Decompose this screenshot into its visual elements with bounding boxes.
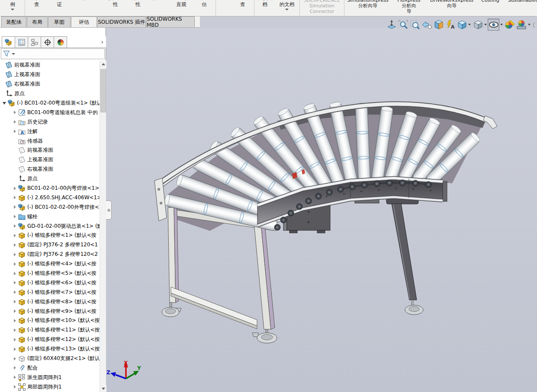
tab-evaluate[interactable]: 评估 bbox=[71, 16, 97, 27]
dropdown-caret-icon[interactable] bbox=[11, 9, 14, 10]
tree-item[interactable]: (-) 锥辊多楔带<13> (默认<按 bbox=[0, 344, 100, 354]
edit-appearance-icon[interactable] bbox=[504, 19, 515, 31]
dynamic-annotation-views-icon[interactable]: A bbox=[444, 19, 456, 31]
ribbon-button-assembly-visualization[interactable]: 装配体直观 bbox=[169, 0, 193, 16]
ribbon-button-section-properties[interactable]: 剖面属性 bbox=[127, 0, 149, 16]
magnifier-icon[interactable] bbox=[409, 19, 421, 31]
tree-item[interactable]: 上视基准面 bbox=[0, 155, 100, 165]
expand-caret[interactable] bbox=[11, 270, 18, 277]
view-orientation-icon[interactable] bbox=[456, 19, 467, 31]
tab-propertymanager[interactable] bbox=[15, 36, 28, 48]
tree-filter-box[interactable] bbox=[1, 48, 105, 59]
tree-item[interactable]: 前视基准面 bbox=[0, 146, 100, 155]
tab-layout[interactable]: 布局 bbox=[27, 16, 48, 27]
tree-item[interactable]: (-) 锥辊多楔带<11> (默认<按 bbox=[0, 325, 100, 335]
scrollbar-thumb[interactable] bbox=[100, 69, 106, 112]
previous-view-icon[interactable] bbox=[421, 19, 432, 31]
tree-item[interactable]: BC01-00弯道输送机总装 中的 bbox=[0, 108, 100, 117]
expand-caret[interactable] bbox=[11, 109, 18, 116]
expand-caret[interactable] bbox=[11, 327, 18, 334]
ribbon-button-symmetry-check[interactable]: 对称检查 bbox=[232, 0, 254, 16]
tree-item[interactable]: (-) 锥辊多楔带<4> (默认<按 bbox=[0, 259, 100, 269]
tree-item[interactable]: 历史记录 bbox=[0, 117, 100, 127]
tree-item[interactable]: 上视基准面 bbox=[0, 70, 100, 80]
ribbon-button-hole-alignment[interactable]: 孔对齐 bbox=[71, 0, 88, 16]
expand-caret[interactable] bbox=[11, 128, 18, 135]
tree-item[interactable]: 前视基准面 bbox=[0, 61, 100, 70]
tree-item[interactable]: 右视基准面 bbox=[0, 165, 100, 174]
expand-caret[interactable] bbox=[11, 317, 18, 324]
ribbon-button-floxpress-wizard[interactable]: FloXpress分析向导 bbox=[391, 0, 427, 16]
expand-caret[interactable] bbox=[11, 346, 18, 353]
expand-caret[interactable] bbox=[11, 213, 18, 220]
ribbon-button-interference-detection[interactable]: 干涉检查 bbox=[26, 0, 48, 16]
tree-item[interactable]: 派生圆周阵列1 bbox=[0, 373, 100, 382]
view-settings-icon[interactable] bbox=[531, 19, 535, 31]
tree-item[interactable]: 原点 bbox=[0, 89, 100, 99]
section-view-icon[interactable] bbox=[432, 19, 444, 31]
tree-item[interactable]: 右视基准面 bbox=[0, 80, 100, 89]
tab-dimxpertmanager[interactable] bbox=[41, 36, 54, 48]
ribbon-button-compare-documents[interactable]: 比较文档 bbox=[255, 0, 275, 16]
graphics-area[interactable]: X Y Z bbox=[106, 28, 537, 392]
expand-caret[interactable] bbox=[11, 242, 18, 249]
ribbon-button-clearance-verification[interactable]: 间隙验证 bbox=[48, 0, 71, 16]
ribbon-button-check-document[interactable]: 的文档 bbox=[275, 0, 299, 16]
tree-item[interactable]: 原点 bbox=[0, 174, 100, 184]
expand-caret[interactable] bbox=[1, 100, 8, 107]
tree-item[interactable]: 注解 bbox=[0, 127, 100, 136]
tree-item[interactable]: (固定) PJ376-2 多楔带120<2 bbox=[0, 250, 100, 259]
scroll-down-arrow[interactable] bbox=[100, 385, 106, 392]
tree-item[interactable]: (-) 2.650.SHJ.ACC-406W<1> bbox=[0, 193, 100, 202]
expand-caret[interactable] bbox=[11, 289, 18, 296]
tree-item[interactable]: (-) BC01-02-02-00外弯焊接< bbox=[0, 202, 100, 212]
display-style-caret[interactable] bbox=[483, 19, 488, 31]
expand-caret[interactable] bbox=[11, 251, 18, 258]
expand-caret[interactable] bbox=[11, 374, 18, 381]
expand-caret[interactable] bbox=[11, 336, 18, 343]
apply-scene-caret[interactable] bbox=[527, 19, 531, 31]
ribbon-button-sensor[interactable]: 传感器 bbox=[149, 0, 169, 16]
expand-caret[interactable] bbox=[11, 298, 18, 305]
expand-caret[interactable] bbox=[11, 383, 18, 390]
expand-caret[interactable] bbox=[11, 308, 18, 315]
tree-item[interactable]: 传感器 bbox=[0, 136, 100, 146]
tree-item[interactable]: (-) 锥辊多楔带<12> (默认<按 bbox=[0, 335, 100, 344]
hide-show-items-caret[interactable] bbox=[499, 19, 504, 31]
tab-solidworks-mbd[interactable]: SOLIDWORKS MBD bbox=[146, 16, 195, 27]
expand-caret[interactable] bbox=[11, 223, 18, 229]
expand-caret[interactable] bbox=[11, 185, 18, 192]
tree-item[interactable]: (固定) 60X40支腿2<1> (默认 bbox=[0, 354, 100, 363]
expand-caret[interactable] bbox=[11, 232, 18, 239]
hide-show-items-icon[interactable] bbox=[488, 19, 499, 31]
expand-caret[interactable] bbox=[11, 194, 18, 201]
tab-sketch[interactable]: 草图 bbox=[48, 16, 71, 27]
tree-scrollbar[interactable] bbox=[100, 61, 106, 392]
tree-item[interactable]: (-) 锥辊多楔带<7> (默认<按 bbox=[0, 287, 100, 297]
expand-caret[interactable] bbox=[11, 261, 18, 268]
tree-item[interactable]: (固定) PJ376-2 多楔带120<1 bbox=[0, 240, 100, 250]
tree-item[interactable]: BC01-02-01-00内弯焊接<1> bbox=[0, 184, 100, 193]
ribbon-button-performance-evaluation[interactable]: 性能评估 bbox=[193, 0, 215, 16]
tab-configurationmanager[interactable] bbox=[28, 36, 41, 48]
expand-caret[interactable] bbox=[11, 204, 18, 210]
apply-scene-icon[interactable] bbox=[515, 19, 527, 31]
ribbon-button-costing[interactable]: Costing bbox=[476, 0, 504, 16]
ribbon-button-measure[interactable]: 测量 bbox=[88, 0, 104, 16]
ribbon-button-driveworksxpress-wizard[interactable]: DriveWorksXpress向导 bbox=[427, 0, 476, 16]
tree-item[interactable]: (-) 锥辊多楔带<1> (默认<按 bbox=[0, 231, 100, 240]
tree-item[interactable]: (-) 锥辊多楔带<6> (默认<按 bbox=[0, 278, 100, 287]
tree-item[interactable]: (-) BC01-02-00弯道组装<1> (默认 bbox=[0, 99, 100, 108]
tree-item[interactable]: (-) 锥辊多楔带<9> (默认<按 bbox=[0, 306, 100, 316]
expand-caret[interactable] bbox=[11, 118, 18, 125]
tree-item[interactable]: (-) 锥辊多楔带<10> (默认<按 bbox=[0, 316, 100, 325]
tree-item[interactable]: 配合 bbox=[0, 363, 100, 373]
scroll-up-arrow[interactable] bbox=[100, 61, 106, 67]
display-style-icon[interactable] bbox=[472, 19, 483, 31]
zoom-to-area-icon[interactable] bbox=[397, 19, 409, 31]
tab-displaymanager[interactable] bbox=[54, 36, 67, 48]
panel-expand-chevron-icon[interactable]: › bbox=[101, 38, 103, 45]
expand-caret[interactable] bbox=[11, 355, 18, 362]
tree-item[interactable]: GD-01-02-00驱动总装<1> (默 bbox=[0, 221, 100, 231]
tab-featuremanager-tree[interactable] bbox=[2, 36, 15, 48]
